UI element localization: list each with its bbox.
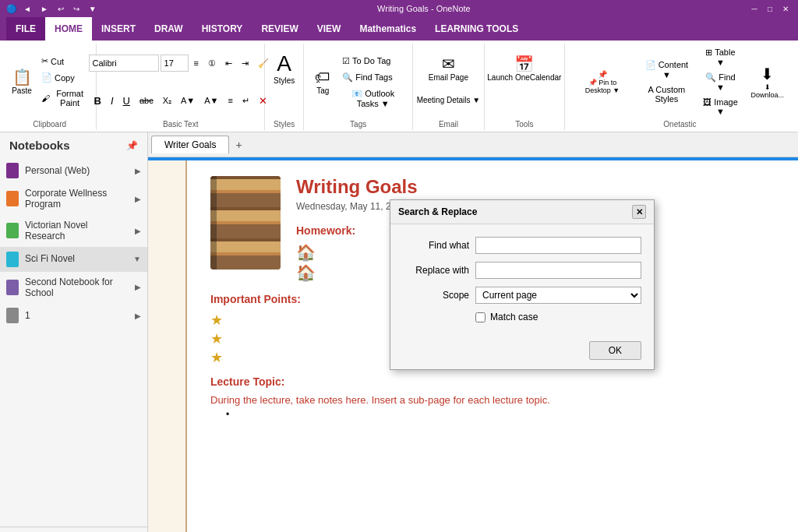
format-paint-btn[interactable]: 🖌 Format Paint — [37, 86, 91, 110]
match-case-row: Match case — [475, 312, 641, 322]
tab-home[interactable]: HOME — [45, 17, 92, 41]
sidebar-item-second[interactable]: Second Notebook for School ▶ — [0, 272, 147, 304]
font-size-selector[interactable] — [161, 55, 189, 72]
cut-btn[interactable]: ✂ Cut — [37, 54, 91, 69]
email-icon: ✉ — [442, 56, 455, 72]
download-icon: ⬇ — [761, 65, 774, 83]
dialog-body: Find what Replace with Scope Current pa — [390, 224, 654, 341]
email-group: ✉ Email Page Meeting Details ▼ Email — [413, 44, 485, 130]
find-btn[interactable]: 🔍 Find ▼ — [698, 70, 743, 94]
tab-mathematics[interactable]: Mathematics — [350, 17, 425, 41]
sidebar-header: Notebooks 📌 — [0, 132, 147, 158]
pin-desktop-btn[interactable]: 📌 📌 Pin to Desktop ▼ — [570, 68, 635, 97]
tab-insert[interactable]: INSERT — [92, 17, 145, 41]
minimize-btn[interactable]: ─ — [748, 3, 761, 14]
replace-input[interactable] — [475, 262, 641, 279]
sidebar-item-one[interactable]: 1 ▶ — [0, 303, 147, 328]
tab-file[interactable]: FILE — [6, 17, 45, 41]
more-btn[interactable]: ▼ — [86, 3, 100, 15]
sidebar-item-victorian[interactable]: Victorian Novel Research ▶ — [0, 215, 147, 247]
dialog-overlay: Search & Replace ✕ Find what Repla — [187, 160, 798, 532]
undo-btn[interactable]: ↩ — [55, 3, 67, 15]
content-btn[interactable]: 📄 Content ▼ — [637, 58, 696, 82]
quick-access-toolbar: 🔵 ◄ ► ↩ ↪ ▼ — [6, 3, 100, 15]
expand-corporate-icon[interactable]: ▶ — [135, 195, 141, 203]
tab-writer-goals[interactable]: Writer Goals — [151, 136, 229, 153]
italic-btn[interactable]: I — [107, 93, 118, 109]
scifi-icon — [6, 252, 19, 267]
clipboard-group: 📋 Paste ✂ Cut 📄 Copy 🖌 Format Paint Clip… — [3, 44, 97, 130]
font-selector[interactable] — [89, 55, 159, 72]
subscript-btn[interactable]: X₂ — [159, 93, 175, 108]
indent-increase-btn[interactable]: ⇥ — [238, 56, 252, 71]
download-btn[interactable]: ⬇ ⬇ Downloa... — [744, 62, 790, 101]
find-input[interactable] — [475, 237, 641, 254]
find-tags-btn[interactable]: 🔍 Find Tags — [338, 70, 408, 85]
launch-onecalendar-btn[interactable]: 📅 Launch OneCalendar — [483, 45, 565, 92]
page-body[interactable]: Writing Goals Wednesday, May 11, 2016 11… — [187, 160, 798, 532]
forward-btn[interactable]: ► — [37, 3, 51, 15]
ribbon: 📋 Paste ✂ Cut 📄 Copy 🖌 Format Paint Clip… — [0, 41, 798, 132]
sidebar-item-personal[interactable]: Personal (Web) ▶ — [0, 158, 147, 183]
maximize-btn[interactable]: □ — [764, 3, 776, 14]
dialog-close-btn[interactable]: ✕ — [632, 205, 646, 219]
highlight-btn[interactable]: A▼ — [177, 93, 199, 107]
format-row: B I U abc X₂ A▼ A▼ ≡ ↵ ✕ — [90, 83, 271, 118]
list-numbers-btn[interactable]: ① — [204, 56, 220, 71]
list-bullets-btn[interactable]: ≡ — [190, 56, 203, 70]
page-left-margin — [148, 160, 187, 532]
indent-decrease-btn[interactable]: ⇤ — [221, 56, 236, 71]
sidebar-pin-icon[interactable]: 📌 — [126, 140, 138, 151]
onetastic-row1: 📌 📌 Pin to Desktop ▼ 📄 Content ▼ A Custo… — [570, 45, 790, 118]
styles-btn[interactable]: A Styles — [270, 45, 298, 92]
page-tabs: Writer Goals + — [148, 132, 798, 157]
outlook-tasks-btn[interactable]: 📧 Outlook Tasks ▼ — [338, 86, 408, 111]
scope-select[interactable]: Current page All pages Section — [475, 287, 641, 304]
tab-learning-tools[interactable]: LEARNING TOOLS — [425, 17, 528, 41]
tab-review[interactable]: REVIEW — [252, 17, 307, 41]
underline-btn[interactable]: U — [119, 93, 134, 109]
expand-scifi-icon[interactable]: ▼ — [133, 255, 141, 263]
dialog-ok-btn[interactable]: OK — [589, 341, 641, 360]
strikethrough-btn[interactable]: abc — [136, 93, 157, 107]
todo-tag-btn[interactable]: ☑ To Do Tag — [338, 54, 408, 69]
align-btn[interactable]: ≡ — [224, 93, 237, 107]
second-icon — [6, 280, 19, 295]
clipboard-top: 📋 Paste ✂ Cut 📄 Copy 🖌 Format Paint — [8, 45, 91, 118]
expand-personal-icon[interactable]: ▶ — [135, 167, 141, 175]
expand-second-icon[interactable]: ▶ — [135, 283, 141, 291]
rtl-btn[interactable]: ↵ — [238, 93, 253, 108]
onetastic-group: 📌 📌 Pin to Desktop ▼ 📄 Content ▼ A Custo… — [565, 44, 795, 130]
add-tab-btn[interactable]: + — [229, 136, 248, 154]
tags-row: 🏷 Tag ☑ To Do Tag 🔍 Find Tags 📧 Outlook … — [309, 45, 408, 118]
ribbon-tab-bar: FILE HOME INSERT DRAW HISTORY REVIEW VIE… — [0, 17, 798, 41]
image-btn[interactable]: 🖼 Image ▼ — [698, 95, 743, 118]
font-color-btn[interactable]: A▼ — [200, 93, 222, 107]
back-btn[interactable]: ◄ — [20, 3, 34, 15]
tag-btn[interactable]: 🏷 Tag — [309, 58, 337, 105]
email-page-btn[interactable]: ✉ Email Page — [425, 45, 472, 92]
expand-victorian-icon[interactable]: ▶ — [135, 227, 141, 235]
quick-notes-btn[interactable]: 📄 Quick Notes — [0, 527, 147, 532]
sidebar-item-scifi[interactable]: Sci Fi Novel ▼ — [0, 247, 147, 272]
tab-draw[interactable]: DRAW — [145, 17, 192, 41]
table-btn[interactable]: ⊞ Table ▼ — [698, 45, 743, 69]
copy-btn[interactable]: 📄 Copy — [37, 70, 91, 85]
meeting-details-btn[interactable]: Meeting Details ▼ — [413, 92, 485, 107]
tab-history[interactable]: HISTORY — [192, 17, 252, 41]
match-case-checkbox[interactable] — [475, 312, 486, 322]
redo-btn[interactable]: ↪ — [70, 3, 83, 15]
sidebar-item-corporate[interactable]: Corporate Wellness Program ▶ — [0, 183, 147, 215]
dialog-close-icon: ✕ — [636, 207, 643, 217]
bold-btn[interactable]: B — [90, 93, 105, 109]
scope-row: Scope Current page All pages Section — [403, 287, 641, 304]
close-btn[interactable]: ✕ — [779, 3, 792, 14]
window-title: Writing Goals - OneNote — [377, 4, 471, 13]
custom-styles-btn[interactable]: A Custom Styles — [637, 83, 696, 106]
tab-view[interactable]: VIEW — [308, 17, 351, 41]
onetastic-right2: ⊞ Table ▼ 🔍 Find ▼ 🖼 Image ▼ — [698, 45, 743, 118]
find-label: Find what — [403, 240, 469, 251]
paste-btn[interactable]: 📋 Paste — [8, 67, 36, 97]
dialog-footer: OK — [390, 341, 654, 369]
expand-one-icon[interactable]: ▶ — [135, 312, 141, 320]
